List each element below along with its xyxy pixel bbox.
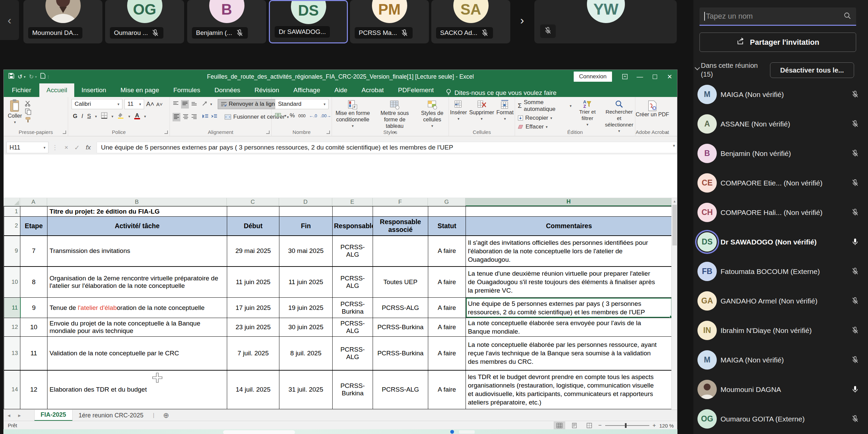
autosum-button[interactable]: ΣSomme automatique▾ (518, 99, 572, 113)
zoom-slider[interactable] (605, 425, 649, 426)
align-left-icon[interactable] (173, 113, 180, 121)
mic-off-icon[interactable] (851, 179, 859, 188)
increase-decimal-icon[interactable]: ←.0 (309, 113, 317, 118)
scroll-tiles-right-button[interactable]: › (513, 0, 532, 40)
cell[interactable]: 14 juil. 2025 (227, 370, 279, 409)
cell[interactable]: 11 juin 2025 (227, 267, 279, 298)
grow-font-icon[interactable]: A˄ (146, 100, 154, 108)
header-responsable-associe[interactable]: Responsable associé (373, 217, 428, 236)
header-responsable[interactable]: Responsable (333, 217, 373, 236)
align-bottom-icon[interactable] (191, 101, 197, 108)
fill-color-icon[interactable] (117, 112, 124, 120)
participant-row[interactable]: OG Oumarou GOITA (Externe) (693, 404, 868, 434)
mic-off-icon[interactable] (851, 208, 859, 218)
cell[interactable]: 31 juil. 2025 (279, 370, 333, 409)
accounting-format-icon[interactable] (275, 112, 281, 119)
cell[interactable]: Envoie du projet de la note conceptuelle… (47, 318, 227, 337)
cell[interactable]: Toutes UEP (373, 267, 428, 298)
cell[interactable]: PCRSS-ALG (373, 298, 428, 318)
decrease-indent-icon[interactable] (202, 114, 209, 121)
name-box[interactable]: H11▾ (6, 142, 48, 153)
sheet-tab-fia-2025[interactable]: FIA-2025 (34, 410, 73, 421)
tell-me-box[interactable]: Dites-nous ce que vous voulez faire (446, 88, 556, 97)
mic-on-icon[interactable] (851, 385, 859, 395)
number-format-select[interactable]: Standard▾ (275, 99, 329, 109)
create-pdf-button[interactable]: Créer un PDF (635, 99, 669, 118)
dialog-launcher-icon[interactable] (266, 131, 270, 134)
column-header-e[interactable]: E (332, 198, 373, 206)
decrease-decimal-icon[interactable]: .00→ (320, 113, 331, 118)
formula-bar-expand-icon[interactable]: ▾ (673, 143, 675, 148)
insert-function-icon[interactable]: fx (86, 144, 91, 151)
cell[interactable]: PCRSS-ALG (333, 337, 373, 370)
mic-off-icon[interactable] (851, 415, 859, 424)
cell[interactable] (333, 206, 373, 217)
header-commentaires[interactable]: Commentaires (466, 217, 672, 236)
font-size-select[interactable]: 11▾ (124, 99, 144, 109)
participant-row[interactable]: M MAIGA (Non vérifié) (693, 345, 868, 375)
cell[interactable]: 8 (20, 267, 47, 298)
dialog-launcher-icon[interactable] (164, 131, 168, 134)
video-tile[interactable]: OG Oumarou ... (105, 0, 184, 43)
share-invitation-button[interactable]: Partager l'invitation (699, 33, 856, 52)
row-number[interactable]: 10 (4, 267, 20, 298)
cell[interactable]: 19 juin 2025 (279, 298, 333, 318)
cell[interactable]: 30 juin 2025 (279, 318, 333, 337)
cell[interactable]: Elaboration des TDR et du budget (47, 370, 227, 409)
select-all-corner[interactable] (4, 198, 20, 206)
cell[interactable]: 10 (20, 318, 47, 337)
cell[interactable]: PCRSS-ALG (373, 370, 428, 409)
vertical-scrollbar[interactable]: ▲ (671, 198, 677, 410)
header-activite[interactable]: Activité/ tâche (47, 217, 227, 236)
row-number[interactable]: 14 (4, 370, 20, 409)
mic-off-icon[interactable] (851, 90, 859, 100)
increase-indent-icon[interactable] (211, 114, 218, 121)
cell[interactable]: Tenue de l'atelier d'élaboration de la n… (47, 298, 227, 318)
mic-off-icon[interactable] (851, 149, 859, 159)
cell[interactable]: A faire (428, 267, 466, 298)
customize-qat-icon[interactable]: ⋮ (47, 75, 50, 79)
cell[interactable]: Validation de la note conceptuelle par l… (47, 337, 227, 370)
bold-button[interactable]: G (73, 113, 77, 120)
participant-row-speaking[interactable]: DS Dr SAWADOGO (Non vérifié) (693, 227, 868, 257)
cell[interactable] (279, 206, 333, 217)
align-top-icon[interactable] (173, 101, 179, 108)
cell[interactable] (428, 206, 466, 217)
cell[interactable]: 30 mai 2025 (279, 236, 333, 267)
tab-revision[interactable]: Révision (247, 83, 286, 97)
column-header-b[interactable]: B (47, 198, 227, 206)
undo-icon[interactable]: ↺ (18, 73, 22, 80)
tab-mise-en-page[interactable]: Mise en page (113, 83, 166, 97)
percent-icon[interactable]: % (290, 112, 295, 119)
participant-row[interactable]: Moumouni DAGNA (693, 375, 868, 404)
cell[interactable] (20, 206, 47, 217)
formula-input[interactable]: Une équipe de 5 personnes externes par p… (97, 142, 677, 153)
active-cell-h11[interactable]: Une équipe de 5 personnes externes par p… (466, 298, 672, 318)
participant-row[interactable]: CE COMPAORE Etie... (Non vérifié) (693, 168, 868, 198)
cell[interactable]: 8 juil. 2025 (279, 337, 333, 370)
scroll-up-icon[interactable]: ▲ (672, 198, 677, 204)
align-right-icon[interactable] (191, 114, 197, 121)
zoom-level[interactable]: 120 % (659, 423, 674, 429)
align-middle-icon[interactable] (181, 100, 189, 108)
participant-row[interactable]: B Benjamin (Non vérifié) (693, 139, 868, 168)
cell[interactable]: PCRSS- ALG (333, 236, 373, 267)
cut-icon[interactable] (25, 100, 32, 106)
video-tile[interactable]: B Benjamin (... (187, 0, 266, 43)
cell[interactable]: La note conceptuelle élaborée par les pe… (466, 337, 672, 370)
minimize-button[interactable]: — (632, 70, 647, 83)
zoom-out-icon[interactable]: − (598, 422, 602, 429)
cell[interactable]: 9 (20, 298, 47, 318)
column-header-c[interactable]: C (227, 198, 279, 206)
fill-button[interactable]: Recopier▾ (518, 115, 572, 121)
mic-on-icon[interactable] (851, 238, 859, 247)
tab-aide[interactable]: Aide (327, 83, 354, 97)
cell[interactable]: Transmission des invitations (47, 236, 227, 267)
cell[interactable]: les TDR et le budget devront prendre en … (466, 370, 672, 409)
video-tile[interactable]: PM PCRSS Ma... (350, 0, 429, 43)
restore-button[interactable] (647, 70, 662, 83)
page-break-view-button[interactable] (584, 421, 595, 430)
mic-off-icon[interactable] (851, 297, 859, 306)
underline-button[interactable]: S (87, 113, 91, 120)
column-header-f[interactable]: F (373, 198, 428, 206)
